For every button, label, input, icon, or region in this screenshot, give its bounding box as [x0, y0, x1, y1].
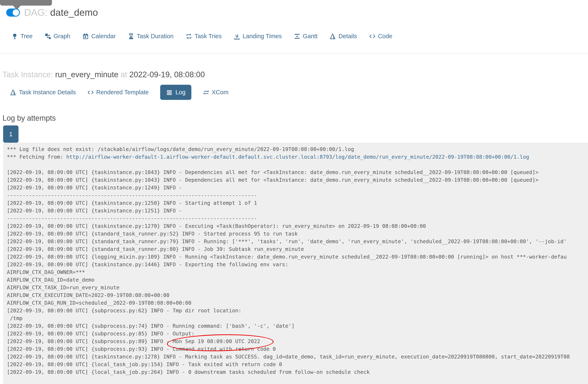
log-line: /tmp	[7, 314, 588, 322]
code-icon	[369, 33, 376, 40]
log-line: ----------------------------------------…	[7, 191, 588, 199]
dag-pause-toggle[interactable]	[6, 8, 20, 17]
log-line: [2022-09-19, 08:09:00 UTC] {taskinstance…	[7, 176, 588, 184]
task-instance-datetime: 2022-09-19, 08:08:00	[129, 70, 205, 79]
dag-view-tabs: Tree Graph Calendar Task Duration Task T…	[11, 33, 392, 40]
dag-label: DAG:	[24, 7, 47, 18]
tab-log-active[interactable]: Log	[160, 85, 191, 100]
tab-calendar[interactable]: Calendar	[82, 33, 116, 40]
log-line: [2022-09-19, 08:09:00 UTC] {standard_tas…	[7, 230, 588, 238]
log-line: *** Log file does not exist: /stackable/…	[7, 145, 588, 153]
swap-arrows-icon	[203, 89, 210, 96]
log-content: *** Log file does not exist: /stackable/…	[7, 145, 588, 376]
log-line: AIRFLOW_CTX_EXECUTION_DATE=2022-09-19T08…	[7, 291, 588, 299]
log-line: [2022-09-19, 08:09:00 UTC] {taskinstance…	[7, 207, 588, 215]
log-line: ----------------------------------------…	[7, 215, 588, 222]
tab-label: Calendar	[91, 33, 116, 40]
tab-landing-times[interactable]: ✈ Landing Times	[234, 33, 282, 40]
log-line: AIRFLOW_CTX_DAG_RUN_ID=scheduled__2022-0…	[7, 299, 588, 307]
graph-icon	[45, 33, 51, 40]
tab-gantt[interactable]: Gantt	[294, 33, 317, 40]
repeat-icon	[186, 33, 192, 40]
tab-task-instance-details[interactable]: Task Instance Details	[10, 89, 76, 96]
log-attempts-heading: Log by attempts	[2, 114, 56, 122]
log-line: [2022-09-19, 08:09:00 UTC] {taskinstance…	[7, 261, 588, 268]
pin-icon	[11, 33, 18, 40]
log-line: AIRFLOW_CTX_DAG_ID=date_demo	[7, 276, 588, 284]
log-line: [2022-09-19, 08:09:00 UTC] {standard_tas…	[7, 245, 588, 253]
tab-label: Gantt	[303, 33, 317, 40]
hourglass-icon	[128, 33, 134, 40]
log-link[interactable]: http://airflow-worker-default-1.airflow-…	[66, 154, 529, 160]
tab-label: Task Tries	[194, 33, 222, 40]
task-instance-label: Task Instance:	[2, 70, 53, 79]
task-instance-heading: Task Instance: run_every_minute at 2022-…	[2, 70, 205, 79]
calendar-icon	[82, 33, 89, 40]
log-line: [2022-09-19, 08:09:00 UTC] {subprocess.p…	[7, 322, 588, 330]
log-line: [2022-09-19, 08:09:00 UTC] {taskinstance…	[7, 184, 588, 191]
dag-name: date_demo	[50, 7, 98, 18]
log-line: [2022-09-19, 08:09:00 UTC] {taskinstance…	[7, 168, 588, 176]
tab-label: Landing Times	[243, 33, 282, 40]
plane-landing-icon: ✈	[234, 33, 240, 40]
toggle-knob	[13, 9, 19, 16]
tab-tree[interactable]: Tree	[11, 33, 33, 40]
airflow-log-page: DAG: date_demo Tree Graph Calendar	[0, 0, 588, 384]
tab-label: Details	[338, 33, 357, 40]
tab-task-duration[interactable]: Task Duration	[128, 33, 173, 40]
tab-label: Task Instance Details	[19, 89, 76, 96]
circled-date-output: - Mon Sep 19 08:09:00 UTC 2022	[167, 338, 260, 345]
tab-label: Graph	[54, 33, 70, 40]
tab-task-tries[interactable]: Task Tries	[186, 33, 222, 40]
tab-label: XCom	[212, 89, 229, 96]
tooltip-remnant	[0, 0, 52, 6]
gantt-icon	[294, 33, 300, 40]
attempt-1-button[interactable]: 1	[3, 125, 19, 143]
log-line: [2022-09-19, 08:09:00 UTC] {subprocess.p…	[7, 345, 588, 353]
page-title: DAG: date_demo	[24, 7, 98, 18]
log-line: [2022-09-19, 08:09:00 UTC] {local_task_j…	[7, 368, 588, 376]
log-line: [2022-09-19, 08:09:00 UTC] {standard_tas…	[7, 238, 588, 245]
log-line: [2022-09-19, 08:09:00 UTC] {logging_mixi…	[7, 253, 588, 261]
details-icon	[330, 33, 336, 40]
tab-rendered-template[interactable]: Rendered Template	[87, 89, 149, 96]
log-line: AIRFLOW_CTX_DAG_OWNER=***	[7, 268, 588, 276]
log-panel[interactable]: *** Log file does not exist: /stackable/…	[3, 143, 588, 384]
details-icon	[10, 89, 17, 96]
task-instance-tabs: Task Instance Details Rendered Template …	[10, 85, 229, 100]
log-line: [2022-09-19, 08:09:00 UTC] {subprocess.p…	[7, 307, 588, 314]
tab-label: Tree	[20, 33, 33, 40]
tab-label: Code	[378, 33, 392, 40]
log-line: [2022-09-19, 08:09:00 UTC] {subprocess.p…	[7, 338, 588, 345]
log-line	[7, 161, 588, 168]
tab-label: Log	[176, 89, 186, 96]
list-icon	[166, 89, 173, 96]
tab-xcom[interactable]: XCom	[203, 89, 229, 96]
at-label: at	[121, 70, 127, 79]
log-line: [2022-09-19, 08:09:00 UTC] {taskinstance…	[7, 222, 588, 230]
task-instance-name: run_every_minute	[55, 70, 118, 79]
log-line: [2022-09-19, 08:09:00 UTC] {local_task_j…	[7, 361, 588, 368]
log-line: [2022-09-19, 08:09:00 UTC] {taskinstance…	[7, 199, 588, 207]
tab-details[interactable]: Details	[330, 33, 357, 40]
header-divider	[0, 53, 588, 54]
log-line: [2022-09-19, 08:09:00 UTC] {taskinstance…	[7, 353, 588, 361]
tab-label: Rendered Template	[96, 89, 149, 96]
tab-code[interactable]: Code	[369, 33, 392, 40]
code-icon	[87, 89, 94, 96]
log-line: *** Fetching from: http://airflow-worker…	[7, 153, 588, 161]
log-line: AIRFLOW_CTX_TASK_ID=run_every_minute	[7, 284, 588, 291]
dag-header: DAG: date_demo	[6, 7, 98, 18]
log-line: [2022-09-19, 08:09:00 UTC] {subprocess.p…	[7, 330, 588, 338]
tab-label: Task Duration	[137, 33, 173, 40]
tab-graph[interactable]: Graph	[45, 33, 70, 40]
